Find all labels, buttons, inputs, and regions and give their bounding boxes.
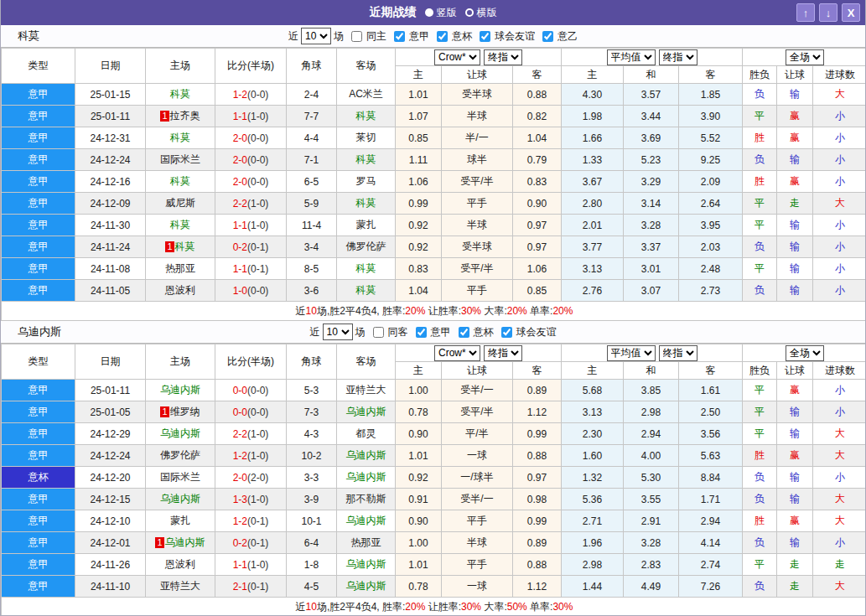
home-team-cell: 1乌迪内斯 (146, 532, 215, 554)
sub-column-header: 客 (679, 66, 743, 84)
result-handicap-cell: 赢 (777, 171, 813, 193)
corner-cell: 1-8 (287, 554, 337, 576)
away-team-name: 科莫 (356, 153, 376, 165)
odds-dropdown-0-1[interactable]: 终指 (484, 49, 522, 65)
result-handicap-cell: 输 (777, 215, 813, 236)
result-handicap-cell: 输 (777, 84, 813, 106)
result-wdl-cell: 负 (743, 576, 777, 598)
match-count-select[interactable]: 10 (301, 28, 331, 44)
date-cell: 25-01-11 (75, 380, 146, 401)
league-label-3: 意乙 (557, 29, 578, 44)
odds-dropdown-0-0[interactable]: Crow* (434, 49, 480, 65)
odds-dropdown-1-1[interactable]: 终指 (659, 345, 697, 361)
odds-dropdown-1-0[interactable]: 平均值 (607, 345, 656, 361)
avg-home-cell: 2.01 (562, 215, 624, 236)
same-venue-checkbox[interactable] (373, 327, 384, 338)
result-goals-cell: 大 (813, 193, 866, 215)
away-team-name: 那不勒斯 (346, 493, 386, 505)
score-cell: 2-0(0-0) (215, 149, 287, 171)
home-team-cell: 威尼斯 (146, 193, 215, 215)
scroll-up-button[interactable]: ↑ (796, 3, 815, 22)
score-cell: 2-0(2-0) (215, 467, 287, 489)
fulltime-score: 1-1 (233, 220, 247, 231)
handicap-cell: 一球 (442, 445, 513, 467)
result-wdl-cell: 负 (743, 84, 777, 106)
away-odds-cell: 0.99 (513, 510, 562, 532)
page-title: 近期战绩 (370, 5, 417, 20)
home-odds-cell: 0.99 (396, 193, 442, 215)
filter-row: 科莫近10场同主意甲意杯球会友谊意乙 (1, 25, 865, 48)
home-team-name: 科莫 (170, 132, 190, 143)
halftime-score: (1-0) (247, 494, 268, 505)
result-goals-cell: 大 (813, 576, 866, 598)
avg-draw-cell: 3.69 (624, 127, 679, 149)
away-team-cell: 都灵 (337, 423, 396, 445)
handicap-cell: 一球 (442, 576, 513, 598)
home-team-name: 乌迪内斯 (160, 384, 200, 396)
summary-text: 大率: (481, 601, 507, 613)
radio-vertical-layout[interactable]: 竖版 (425, 6, 457, 20)
league-checkbox-0[interactable] (394, 31, 405, 42)
odds-dropdown-2-0[interactable]: 全场 (786, 49, 824, 65)
close-button[interactable]: X (842, 3, 860, 22)
scroll-down-button[interactable]: ↓ (819, 3, 837, 22)
radio-horizontal-layout[interactable]: 横版 (465, 6, 497, 20)
same-venue-checkbox[interactable] (351, 31, 362, 42)
league-checkbox-1[interactable] (437, 31, 448, 42)
score-cell: 0-2(0-1) (215, 236, 287, 258)
up-arrow-icon: ↑ (803, 7, 809, 19)
avg-home-cell: 5.36 (562, 489, 624, 510)
table-row: 意甲24-12-24佛罗伦萨1-2(1-0)10-2乌迪内斯1.01一球0.88… (2, 445, 866, 467)
match-count-select[interactable]: 10 (323, 324, 353, 340)
away-team-cell: 莱切 (337, 127, 396, 149)
date-cell: 24-12-16 (75, 171, 146, 193)
match-type-cell: 意甲 (2, 171, 75, 193)
league-checkbox-2[interactable] (501, 327, 512, 338)
odds-dropdown-1-0[interactable]: 平均值 (607, 49, 656, 65)
league-checkbox-3[interactable] (542, 31, 553, 42)
column-header: 主场 (146, 49, 215, 84)
result-goals-cell: 小 (813, 280, 866, 302)
odds-dropdown-2-0[interactable]: 全场 (786, 345, 824, 361)
handicap-cell: 平手 (442, 510, 513, 532)
away-team-name: 乌迪内斯 (346, 515, 386, 526)
date-cell: 24-11-10 (75, 576, 146, 598)
odds-dropdown-0-0[interactable]: Crow* (434, 345, 480, 361)
avg-draw-cell: 3.55 (624, 489, 679, 510)
corner-cell: 4-5 (287, 576, 337, 598)
avg-home-cell: 1.32 (562, 467, 624, 489)
result-goals-cell: 大 (813, 445, 866, 467)
home-team-name: 科莫 (170, 175, 190, 187)
league-checkbox-1[interactable] (459, 327, 469, 338)
away-team-cell: 罗马 (337, 171, 396, 193)
result-goals-cell: 走 (813, 554, 866, 576)
away-odds-cell: 0.90 (513, 193, 562, 215)
corner-cell: 2-4 (287, 84, 337, 106)
away-team-cell: 乌迪内斯 (337, 401, 396, 423)
result-handicap-cell: 赢 (777, 127, 813, 149)
halftime-score: (1-0) (247, 220, 268, 231)
away-odds-cell: 0.99 (513, 423, 562, 445)
odds-group-header-2: 全场 (743, 49, 866, 66)
league-label-0: 意甲 (409, 29, 429, 44)
away-team-name: 乌迪内斯 (346, 580, 386, 592)
league-checkbox-0[interactable] (416, 327, 427, 338)
result-goals-cell: 小 (813, 467, 866, 489)
summary-text: 场,胜2平4负4, 胜率: (317, 601, 405, 613)
fulltime-score: 2-2 (233, 198, 247, 210)
avg-home-cell: 1.66 (562, 127, 624, 149)
match-type-cell: 意甲 (2, 445, 75, 467)
odds-dropdown-0-1[interactable]: 终指 (484, 345, 522, 361)
avg-draw-cell: 3.07 (624, 280, 679, 302)
away-team-cell: 乌迪内斯 (337, 510, 396, 532)
table-row: 意甲25-01-111拉齐奥1-1(1-0)7-7科莫1.07半球0.821.9… (2, 106, 866, 127)
home-team-cell: 科莫 (146, 215, 215, 236)
league-checkbox-2[interactable] (480, 31, 490, 42)
score-cell: 2-0(0-0) (215, 127, 287, 149)
odds-dropdown-1-1[interactable]: 终指 (659, 49, 697, 65)
away-team-cell: 那不勒斯 (337, 489, 396, 510)
corner-cell: 3-4 (287, 236, 337, 258)
column-header: 角球 (287, 49, 337, 84)
summary-text: 20% (405, 305, 425, 317)
summary-row: 近10场,胜2平4负4, 胜率:20% 让胜率:30% 大率:50% 单率:30… (2, 598, 866, 616)
